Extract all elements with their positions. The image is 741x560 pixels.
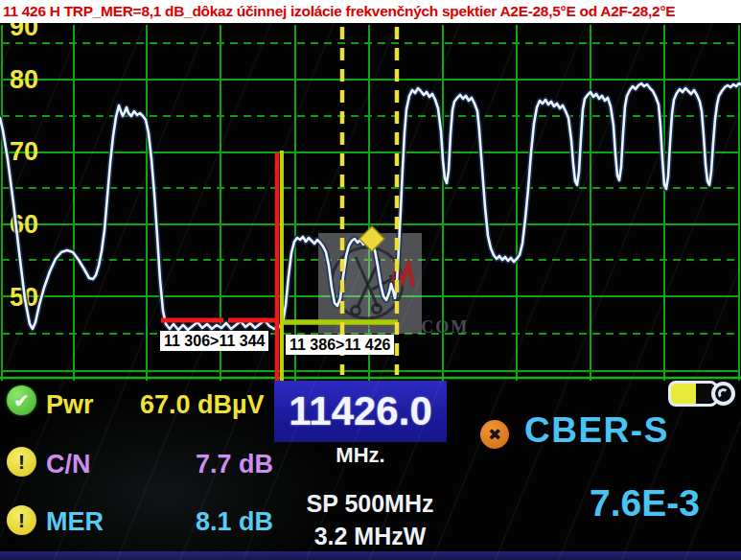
bottom-blue-strip (0, 551, 741, 560)
cn-value: 7.7 dB (196, 450, 273, 479)
y-axis-label: 70 (10, 137, 38, 166)
title-text: 11 426 H TRP_MER=8,1 dB_dôkaz účinnej iz… (0, 3, 675, 20)
frequency-display: 11426.0 (274, 381, 447, 442)
meter-screen: 90 80 70 60 50 DXSATCS.COM (0, 0, 741, 560)
mer-value: 8.1 dB (196, 507, 273, 537)
pwr-value: 67.0 dBµV (140, 390, 265, 420)
pwr-label: Pwr (46, 390, 94, 420)
mer-label: MER (46, 507, 104, 537)
battery-icon (668, 381, 735, 407)
marker-range-label-left: 11 306>11 344 (160, 331, 268, 351)
cn-warning-icon: ! (7, 447, 36, 477)
cber-label: CBER-S (524, 410, 669, 451)
cber-cross-icon: ✖ (480, 420, 509, 449)
pwr-ok-check-icon: ✔ (7, 385, 36, 415)
mer-warning-icon: ! (7, 505, 36, 535)
frequency-value: 11426.0 (289, 388, 432, 434)
cber-value: 7.6E-3 (590, 482, 700, 525)
bandwidth-value: 3.2 MHzW (274, 523, 466, 550)
frequency-unit: MHz. (274, 443, 447, 468)
y-axis-label: 80 (10, 65, 38, 94)
span-value: SP 500MHz (274, 490, 466, 518)
cn-label: C/N (46, 450, 91, 479)
title-bar: 11 426 H TRP_MER=8,1 dB_dôkaz účinnej iz… (0, 0, 741, 23)
battery-tip (711, 382, 735, 406)
y-axis: 90 80 70 60 50 (10, 12, 38, 312)
spectrum-plot: 90 80 70 60 50 DXSATCS.COM (0, 0, 741, 560)
marker-range-label-right: 11 386>11 426 (286, 335, 394, 355)
